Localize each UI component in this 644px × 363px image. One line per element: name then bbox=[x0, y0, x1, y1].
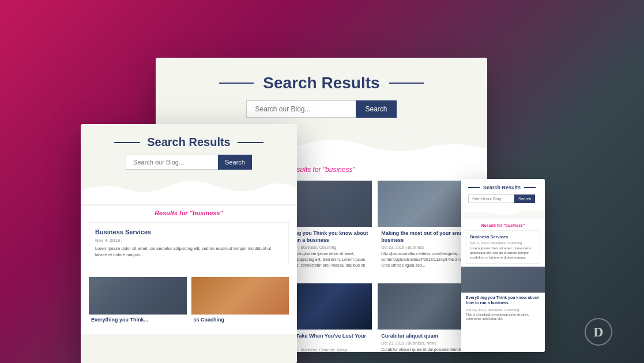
mid-title-line-right bbox=[238, 142, 263, 143]
main-card-header: Search Results Search bbox=[156, 58, 487, 129]
main-search-bar: Search bbox=[179, 100, 464, 118]
mid-text-article-card: Business Services Nov 4, 2019 | Lorem ip… bbox=[89, 222, 289, 264]
mid-text-article-title: Business Services bbox=[95, 229, 283, 235]
mid-bottom-title-2: ss Coaching bbox=[191, 315, 289, 326]
right-bottom-article-title: Everything you Think you know about how … bbox=[461, 295, 545, 308]
main-card-title-row: Search Results bbox=[179, 74, 464, 92]
mid-text-article-body: Lorem ipsum dolor sit amet, consectetur … bbox=[95, 246, 283, 258]
right-search-results-card: Search Results Search Results for "busin… bbox=[461, 179, 545, 352]
right-card-header: Search Results Search bbox=[461, 179, 545, 208]
mid-search-button[interactable]: Search bbox=[218, 155, 252, 170]
mid-card-title-row: Search Results bbox=[97, 136, 281, 149]
mid-title-line-left bbox=[114, 142, 140, 143]
main-search-button[interactable]: Search bbox=[356, 100, 396, 118]
mid-mountain-decoration bbox=[81, 178, 297, 206]
right-content: Business Services Nov 4, 2019 | Business… bbox=[461, 230, 545, 264]
right-search-bar: Search bbox=[468, 194, 538, 203]
right-title-line-left bbox=[468, 187, 480, 188]
mid-bottom-photo-1 bbox=[89, 277, 187, 315]
mid-results-content: Business Services Nov 4, 2019 | Lorem ip… bbox=[81, 222, 297, 277]
right-bottom-article-date: Oct 23, 2019 | Business, Coaching bbox=[461, 308, 545, 312]
mid-bottom-article-1: Everything you Think... bbox=[89, 277, 187, 326]
right-bottom-article: Everything you Think you know about how … bbox=[461, 293, 545, 324]
right-card-title-row: Search Results bbox=[468, 185, 538, 190]
mid-search-bar: Search bbox=[97, 155, 281, 170]
mid-card-header: Search Results Search bbox=[81, 124, 297, 178]
mid-bottom-title-1: Everything you Think... bbox=[89, 315, 187, 326]
right-search-button[interactable]: Search bbox=[514, 194, 535, 203]
mid-card-title: Search Results bbox=[147, 136, 231, 149]
right-text-article-card: Business Services Nov 4, 2019 | Business… bbox=[466, 230, 540, 264]
right-text-article-title: Business Services bbox=[470, 234, 536, 239]
mid-text-article-date: Nov 4, 2019 | bbox=[95, 238, 283, 243]
right-title-line-right bbox=[524, 187, 536, 188]
right-mountain-decoration bbox=[461, 208, 545, 222]
right-card-title: Search Results bbox=[483, 185, 521, 190]
mid-results-label: Results for "business" bbox=[81, 206, 297, 222]
right-search-input[interactable] bbox=[468, 194, 514, 203]
right-bottom-photo bbox=[461, 267, 545, 293]
right-bottom-article-body: This is a headingLorem ipsum dolor sit a… bbox=[461, 313, 545, 322]
mid-search-input[interactable] bbox=[126, 155, 218, 170]
main-card-title: Search Results bbox=[263, 74, 379, 92]
right-results-label: Results for "business" bbox=[461, 222, 545, 230]
title-line-left bbox=[219, 83, 254, 84]
right-text-article-body: Lorem ipsum dolor sit amet, consectetur … bbox=[470, 246, 536, 260]
mid-bottom-photo-2 bbox=[191, 277, 289, 315]
main-search-input[interactable] bbox=[246, 100, 356, 118]
right-text-article-date: Nov 4, 2019 | Business, Coaching bbox=[470, 241, 536, 245]
mid-bottom-article-2: ss Coaching bbox=[191, 277, 289, 326]
mid-bottom-row: Everything you Think... ss Coaching bbox=[81, 277, 297, 334]
mid-search-results-card: Search Results Search Results for "busin… bbox=[81, 124, 297, 363]
title-line-right bbox=[389, 83, 424, 84]
divi-logo: D bbox=[585, 318, 612, 346]
